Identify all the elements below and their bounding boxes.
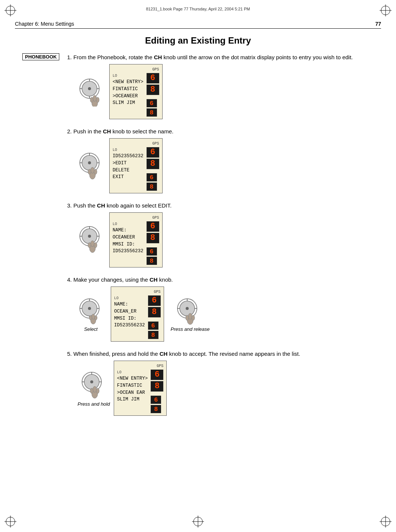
svg-point-34 — [91, 167, 94, 173]
svg-point-47 — [88, 243, 91, 248]
svg-point-24 — [96, 97, 99, 102]
svg-point-67 — [188, 313, 192, 319]
step-2-text: 2. Push in the CH knob to select the nam… — [67, 127, 374, 135]
knob-1 — [78, 77, 106, 107]
step-3: 3. Push the CH knob again to select EDIT… — [22, 202, 374, 267]
step-4-text: 4. Make your changes, using the CH knob. — [67, 276, 374, 284]
svg-point-23 — [93, 95, 97, 101]
svg-point-80 — [90, 388, 93, 393]
svg-point-58 — [89, 316, 92, 320]
select-label: Select — [84, 326, 97, 332]
svg-point-61 — [186, 307, 189, 310]
step-1: PHONEBOOK 1. From the Phonebook, rotate … — [22, 53, 374, 119]
step-1-text: 1. From the Phonebook, rotate the CH kno… — [67, 53, 374, 61]
step-4: 4. Make your changes, using the CH knob. — [22, 276, 374, 342]
phonebook-badge: PHONEBOOK — [22, 53, 59, 60]
step-5: 5. When finished, press and hold the CH … — [22, 350, 374, 416]
svg-point-50 — [88, 307, 91, 310]
page-title: Editing an Existing Entry — [22, 35, 374, 46]
svg-point-35 — [94, 169, 97, 174]
step-5-text: 5. When finished, press and hold the CH … — [67, 350, 374, 358]
svg-point-25 — [90, 97, 93, 102]
svg-point-79 — [96, 388, 99, 393]
step-3-text: 3. Push the CH knob again to select EDIT… — [67, 202, 374, 209]
svg-point-69 — [186, 315, 189, 320]
header-page: 77 — [375, 21, 381, 27]
knob-2 — [78, 151, 106, 181]
svg-point-28 — [88, 161, 91, 164]
display-3: GPS LO NAME: OCEANEER MMSI ID: ID5235562… — [109, 212, 163, 267]
svg-point-72 — [90, 380, 93, 383]
svg-point-46 — [94, 243, 97, 248]
top-left-crosshair — [4, 4, 16, 16]
display-5: GPS LO <NEW ENTRY> FINTASTIC >OCEAN EAR … — [114, 361, 167, 416]
svg-point-68 — [192, 315, 195, 320]
file-info: 81231_1.book Page 77 Thursday, April 22,… — [146, 7, 250, 11]
press-hold-label: Press and hold — [78, 401, 110, 407]
svg-point-57 — [95, 316, 97, 320]
svg-point-39 — [88, 235, 91, 238]
header-chapter: Chapter 6: Menu Settings — [15, 21, 74, 27]
bottom-center-crosshair — [192, 516, 204, 528]
display-1: GPS LO <NEW ENTRY> FINTASTIC >OCEANEER S… — [109, 64, 163, 119]
display-2: GPS LO ID523556232 >EDIT DELETE EXIT 6 8 — [109, 138, 163, 193]
svg-point-56 — [92, 314, 95, 319]
bottom-right-crosshair — [380, 516, 392, 528]
step-2: 2. Push in the CH knob to select the nam… — [22, 127, 374, 193]
svg-point-36 — [88, 169, 91, 174]
knob-4b — [175, 297, 203, 326]
knob-3 — [78, 224, 106, 256]
top-right-crosshair — [380, 4, 392, 16]
svg-point-17 — [88, 87, 91, 90]
bottom-left-crosshair — [4, 516, 16, 528]
knob-5 — [80, 370, 108, 400]
press-release-label: Press and release — [171, 326, 210, 332]
svg-point-78 — [93, 386, 97, 392]
svg-point-45 — [91, 241, 94, 247]
display-4: GPS LO NAME: OCEAN_ER MMSI ID: ID5235562… — [111, 286, 164, 342]
knob-4a — [78, 297, 106, 326]
